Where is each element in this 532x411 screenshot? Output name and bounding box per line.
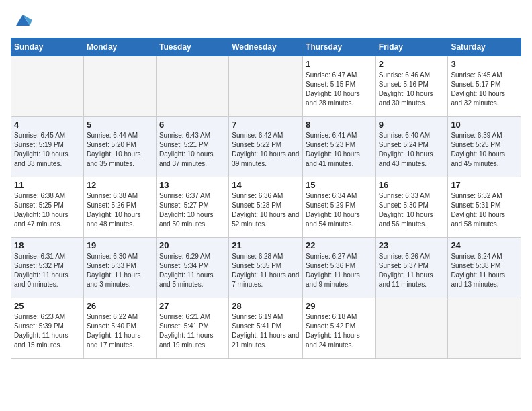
calendar-header-monday: Monday (83, 38, 156, 56)
calendar-header-tuesday: Tuesday (156, 38, 228, 56)
calendar-cell: 1Sunrise: 6:47 AM Sunset: 5:15 PM Daylig… (303, 56, 376, 117)
day-info: Sunrise: 6:47 AM Sunset: 5:15 PM Dayligh… (306, 71, 373, 108)
calendar-header-thursday: Thursday (303, 38, 376, 56)
calendar-cell: 14Sunrise: 6:36 AM Sunset: 5:28 PM Dayli… (229, 177, 303, 238)
calendar-cell (11, 56, 84, 117)
day-info: Sunrise: 6:44 AM Sunset: 5:20 PM Dayligh… (87, 131, 153, 169)
day-info: Sunrise: 6:42 AM Sunset: 5:22 PM Dayligh… (232, 131, 300, 169)
day-info: Sunrise: 6:40 AM Sunset: 5:24 PM Dayligh… (379, 131, 445, 169)
day-info: Sunrise: 6:33 AM Sunset: 5:30 PM Dayligh… (379, 191, 445, 229)
calendar-week-row: 4Sunrise: 6:45 AM Sunset: 5:19 PM Daylig… (11, 117, 521, 177)
day-number: 19 (87, 240, 153, 250)
calendar-week-row: 25Sunrise: 6:23 AM Sunset: 5:39 PM Dayli… (11, 298, 521, 359)
day-info: Sunrise: 6:24 AM Sunset: 5:38 PM Dayligh… (451, 252, 518, 289)
calendar-cell (448, 298, 521, 359)
day-info: Sunrise: 6:27 AM Sunset: 5:36 PM Dayligh… (306, 252, 373, 289)
day-number: 20 (159, 240, 226, 250)
calendar-cell: 11Sunrise: 6:38 AM Sunset: 5:25 PM Dayli… (11, 177, 84, 238)
calendar-cell (83, 56, 156, 117)
day-number: 10 (451, 120, 518, 130)
calendar-cell: 22Sunrise: 6:27 AM Sunset: 5:36 PM Dayli… (303, 238, 376, 298)
logo (11, 11, 32, 30)
day-number: 11 (14, 180, 81, 190)
day-number: 27 (159, 301, 226, 311)
calendar-cell: 24Sunrise: 6:24 AM Sunset: 5:38 PM Dayli… (448, 238, 521, 298)
calendar-header-saturday: Saturday (448, 38, 521, 56)
day-info: Sunrise: 6:18 AM Sunset: 5:42 PM Dayligh… (306, 312, 373, 350)
day-number: 4 (14, 120, 81, 130)
day-info: Sunrise: 6:31 AM Sunset: 5:32 PM Dayligh… (14, 252, 81, 289)
calendar-header-sunday: Sunday (11, 38, 84, 56)
calendar-cell: 20Sunrise: 6:29 AM Sunset: 5:34 PM Dayli… (156, 238, 228, 298)
day-number: 8 (306, 120, 373, 130)
day-number: 7 (232, 120, 300, 130)
calendar-cell: 29Sunrise: 6:18 AM Sunset: 5:42 PM Dayli… (303, 298, 376, 359)
day-number: 14 (232, 180, 300, 190)
calendar-cell: 7Sunrise: 6:42 AM Sunset: 5:22 PM Daylig… (229, 117, 303, 177)
day-number: 9 (379, 120, 445, 130)
calendar-header-wednesday: Wednesday (229, 38, 303, 56)
day-info: Sunrise: 6:21 AM Sunset: 5:41 PM Dayligh… (159, 312, 226, 350)
day-info: Sunrise: 6:30 AM Sunset: 5:33 PM Dayligh… (87, 252, 153, 289)
calendar-cell: 18Sunrise: 6:31 AM Sunset: 5:32 PM Dayli… (11, 238, 84, 298)
day-info: Sunrise: 6:22 AM Sunset: 5:40 PM Dayligh… (87, 312, 153, 350)
calendar-week-row: 1Sunrise: 6:47 AM Sunset: 5:15 PM Daylig… (11, 56, 521, 117)
day-number: 26 (87, 301, 153, 311)
day-number: 1 (306, 59, 373, 69)
calendar-table: SundayMondayTuesdayWednesdayThursdayFrid… (11, 38, 521, 359)
calendar-header-row: SundayMondayTuesdayWednesdayThursdayFrid… (11, 38, 521, 56)
calendar-cell: 5Sunrise: 6:44 AM Sunset: 5:20 PM Daylig… (83, 117, 156, 177)
day-info: Sunrise: 6:46 AM Sunset: 5:16 PM Dayligh… (379, 71, 445, 108)
calendar-cell: 16Sunrise: 6:33 AM Sunset: 5:30 PM Dayli… (375, 177, 448, 238)
calendar-cell: 2Sunrise: 6:46 AM Sunset: 5:16 PM Daylig… (375, 56, 448, 117)
logo-icon (13, 11, 32, 30)
calendar-cell (229, 56, 303, 117)
day-info: Sunrise: 6:36 AM Sunset: 5:28 PM Dayligh… (232, 191, 300, 229)
calendar-cell: 26Sunrise: 6:22 AM Sunset: 5:40 PM Dayli… (83, 298, 156, 359)
calendar-cell: 6Sunrise: 6:43 AM Sunset: 5:21 PM Daylig… (156, 117, 228, 177)
calendar-cell: 15Sunrise: 6:34 AM Sunset: 5:29 PM Dayli… (303, 177, 376, 238)
calendar-week-row: 11Sunrise: 6:38 AM Sunset: 5:25 PM Dayli… (11, 177, 521, 238)
day-number: 29 (306, 301, 373, 311)
calendar-header-friday: Friday (375, 38, 448, 56)
day-info: Sunrise: 6:39 AM Sunset: 5:25 PM Dayligh… (451, 131, 518, 169)
calendar-cell: 27Sunrise: 6:21 AM Sunset: 5:41 PM Dayli… (156, 298, 228, 359)
day-info: Sunrise: 6:29 AM Sunset: 5:34 PM Dayligh… (159, 252, 226, 289)
calendar-cell: 17Sunrise: 6:32 AM Sunset: 5:31 PM Dayli… (448, 177, 521, 238)
day-info: Sunrise: 6:34 AM Sunset: 5:29 PM Dayligh… (306, 191, 373, 229)
day-number: 12 (87, 180, 153, 190)
day-number: 24 (451, 240, 518, 250)
calendar-cell: 8Sunrise: 6:41 AM Sunset: 5:23 PM Daylig… (303, 117, 376, 177)
day-info: Sunrise: 6:28 AM Sunset: 5:35 PM Dayligh… (232, 252, 300, 289)
day-number: 15 (306, 180, 373, 190)
day-info: Sunrise: 6:45 AM Sunset: 5:17 PM Dayligh… (451, 71, 518, 108)
day-info: Sunrise: 6:41 AM Sunset: 5:23 PM Dayligh… (306, 131, 373, 169)
day-number: 5 (87, 120, 153, 130)
calendar-cell: 10Sunrise: 6:39 AM Sunset: 5:25 PM Dayli… (448, 117, 521, 177)
calendar-cell: 13Sunrise: 6:37 AM Sunset: 5:27 PM Dayli… (156, 177, 228, 238)
day-number: 23 (379, 240, 445, 250)
calendar-cell: 9Sunrise: 6:40 AM Sunset: 5:24 PM Daylig… (375, 117, 448, 177)
day-info: Sunrise: 6:32 AM Sunset: 5:31 PM Dayligh… (451, 191, 518, 229)
day-info: Sunrise: 6:19 AM Sunset: 5:41 PM Dayligh… (232, 312, 300, 350)
day-number: 16 (379, 180, 445, 190)
day-info: Sunrise: 6:23 AM Sunset: 5:39 PM Dayligh… (14, 312, 81, 350)
header (11, 11, 521, 30)
calendar-cell: 4Sunrise: 6:45 AM Sunset: 5:19 PM Daylig… (11, 117, 84, 177)
day-number: 3 (451, 59, 518, 69)
day-info: Sunrise: 6:38 AM Sunset: 5:25 PM Dayligh… (14, 191, 81, 229)
day-info: Sunrise: 6:45 AM Sunset: 5:19 PM Dayligh… (14, 131, 81, 169)
day-number: 21 (232, 240, 300, 250)
day-number: 18 (14, 240, 81, 250)
calendar-week-row: 18Sunrise: 6:31 AM Sunset: 5:32 PM Dayli… (11, 238, 521, 298)
day-number: 6 (159, 120, 226, 130)
day-info: Sunrise: 6:37 AM Sunset: 5:27 PM Dayligh… (159, 191, 226, 229)
day-info: Sunrise: 6:26 AM Sunset: 5:37 PM Dayligh… (379, 252, 445, 289)
calendar-cell (156, 56, 228, 117)
calendar-cell: 23Sunrise: 6:26 AM Sunset: 5:37 PM Dayli… (375, 238, 448, 298)
day-number: 17 (451, 180, 518, 190)
calendar-cell: 21Sunrise: 6:28 AM Sunset: 5:35 PM Dayli… (229, 238, 303, 298)
calendar-cell: 3Sunrise: 6:45 AM Sunset: 5:17 PM Daylig… (448, 56, 521, 117)
day-number: 2 (379, 59, 445, 69)
day-number: 13 (159, 180, 226, 190)
